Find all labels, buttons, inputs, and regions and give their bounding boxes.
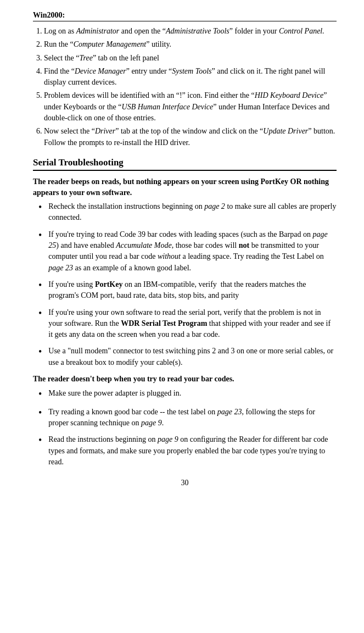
bullet-1-5: Use a "null modem" connector to test swi…	[38, 346, 337, 368]
bullet-1-3: If you're using PortKey on an IBM-compat…	[38, 279, 337, 302]
step-2: Run the “Computer Management” utility.	[44, 39, 337, 50]
subsection1-heading: The reader beeps on reads, but nothing a…	[33, 176, 337, 198]
serial-section: Serial Troubleshooting The reader beeps …	[33, 157, 337, 468]
step-5: Problem devices will be identified with …	[44, 90, 337, 124]
bullet-1-4: If you're using your own software to rea…	[38, 307, 337, 341]
bullet-1-2: If you're trying to read Code 39 bar cod…	[38, 229, 337, 274]
page-number: 30	[33, 479, 337, 487]
bullet-1-1: Recheck the installation instructions be…	[38, 201, 337, 224]
bullet-2-2: Try reading a known good bar code -- the…	[38, 407, 337, 429]
subsection2-heading: The reader doesn't beep when you try to …	[33, 374, 337, 385]
serial-section-header: Serial Troubleshooting	[33, 157, 337, 171]
step-1: Log on as Administrator and open the “Ad…	[44, 26, 337, 37]
step-3: Select the “Tree” tab on the left panel	[44, 53, 337, 64]
win2000-steps: Log on as Administrator and open the “Ad…	[44, 26, 337, 148]
win2000-section: Win2000: Log on as Administrator and ope…	[33, 11, 337, 148]
bullet-2-1: Make sure the power adapter is plugged i…	[38, 388, 337, 401]
step-6: Now select the “Driver” tab at the top o…	[44, 126, 337, 148]
bullet-list-2: Make sure the power adapter is plugged i…	[38, 388, 337, 468]
win2000-header: Win2000:	[33, 11, 337, 21]
step-4: Find the “Device Manager” entry under “S…	[44, 66, 337, 88]
bullet-list-1: Recheck the installation instructions be…	[38, 201, 337, 368]
bullet-2-3: Read the instructions beginning on page …	[38, 434, 337, 468]
